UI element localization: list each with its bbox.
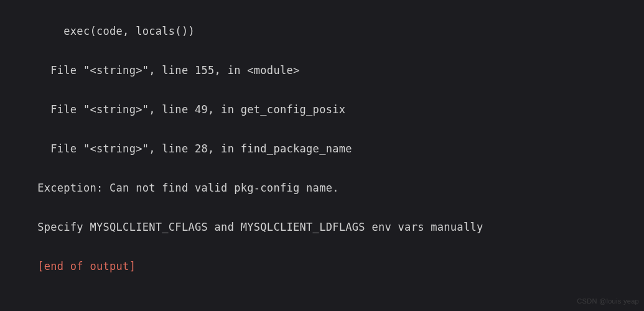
end-of-output: [end of output] <box>11 257 633 276</box>
exception-line: Exception: Can not find valid pkg-config… <box>11 179 633 198</box>
traceback-line: File "<string>", line 49, in get_config_… <box>11 100 633 119</box>
exception-line: Specify MYSQLCLIENT_CFLAGS and MYSQLCLIE… <box>11 218 633 237</box>
traceback-line: File "<string>", line 155, in <module> <box>11 61 633 80</box>
watermark: CSDN @louis yeap <box>577 295 639 307</box>
terminal-output[interactable]: exec(code, locals()) File "<string>", li… <box>0 0 644 311</box>
traceback-line: File "<string>", line 28, in find_packag… <box>11 139 633 159</box>
blank-line <box>11 296 633 311</box>
traceback-line: exec(code, locals()) <box>11 22 633 41</box>
